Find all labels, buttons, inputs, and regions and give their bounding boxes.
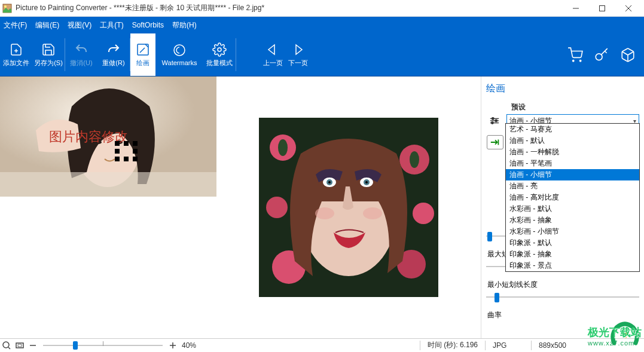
menu-file[interactable]: 文件(F) [4, 20, 27, 30]
toolbar: 添加文件 另存为(S) 撤消(U) 重做(R) 绘画 Watermarks 批量… [0, 33, 644, 76]
time-value: 时间 (秒): 6.196 [425, 340, 480, 350]
undo-button[interactable]: 撤消(U) [65, 33, 97, 76]
close-button[interactable] [615, 0, 642, 17]
site-watermark: 极光下载站 www.xz7.com [608, 320, 642, 351]
preset-option[interactable]: 油画 - 默认 [506, 135, 639, 146]
cart-icon[interactable] [567, 47, 583, 63]
preset-option[interactable]: 艺术 - 马赛克 [506, 124, 639, 135]
svg-point-32 [328, 181, 331, 183]
svg-point-26 [413, 203, 434, 224]
window-title: Picture to Painting Converter - ****未注册版… [16, 3, 563, 13]
svg-point-1 [4, 5, 7, 8]
watermark-text: 极光下载站 [588, 325, 642, 339]
app-icon [2, 4, 12, 13]
preset-option[interactable]: 印象派 - 抽象 [506, 249, 639, 260]
selection-handle[interactable] [124, 141, 129, 146]
preset-option[interactable]: 印象派 - 景点 [506, 260, 639, 271]
redo-button[interactable]: 重做(R) [97, 33, 130, 76]
svg-point-37 [363, 207, 382, 219]
zoom-value: 40% [179, 341, 199, 350]
selection-handle[interactable] [133, 149, 138, 154]
preset-settings-icon[interactable] [486, 114, 503, 128]
key-icon[interactable] [594, 47, 609, 63]
zoom-in-icon[interactable] [166, 339, 179, 352]
preset-option[interactable]: 油画 - 一种解脱 [506, 146, 639, 158]
selection-handle[interactable] [115, 149, 120, 154]
svg-line-46 [8, 347, 10, 349]
statusbar: 40% 时间 (秒): 6.196 JPG 889x500 [0, 338, 644, 351]
panel-title: 绘画 [486, 82, 639, 95]
menu-help[interactable]: 帮助(H) [172, 20, 197, 30]
undo-label: 撤消(U) [70, 59, 92, 68]
svg-point-43 [492, 122, 494, 124]
next-button[interactable]: 下一页 [285, 33, 310, 76]
toolbar-right [567, 33, 636, 76]
preset-option[interactable]: 水彩画 - 默认 [506, 203, 639, 215]
preset-option[interactable]: 水彩画 - 抽象 [506, 215, 639, 226]
run-button[interactable] [487, 135, 503, 149]
side-panel: 绘画 预设 油画 - 小细节 ▾ 艺术 - 马赛克油画 - 默认油画 - 一种解… [481, 76, 644, 338]
zoom-slider[interactable] [43, 339, 163, 352]
redo-label: 重做(R) [102, 59, 124, 68]
menu-softorbits[interactable]: SoftOrbits [132, 21, 164, 29]
svg-rect-47 [16, 343, 23, 348]
result-image[interactable] [259, 118, 438, 297]
menu-view[interactable]: 视图(V) [68, 20, 91, 30]
svg-point-35 [365, 181, 368, 183]
watermarks-label: Watermarks [162, 59, 197, 66]
painting-button[interactable]: 绘画 [130, 33, 155, 76]
svg-point-27 [278, 139, 288, 156]
preset-option[interactable]: 印象派 - 默认 [506, 237, 639, 249]
selection-handle[interactable] [115, 141, 120, 146]
selection-handle[interactable] [124, 157, 129, 161]
minimize-button[interactable] [563, 0, 589, 17]
svg-point-36 [315, 207, 334, 219]
svg-point-12 [580, 60, 581, 61]
preset-option[interactable]: 油画 - 亮 [506, 180, 639, 192]
watermarks-button[interactable]: Watermarks [155, 33, 203, 76]
min-len-slider[interactable] [486, 291, 639, 303]
batch-label: 批量模式 [206, 59, 233, 68]
save-as-button[interactable]: 另存为(S) [32, 33, 65, 76]
curvature-label: 曲率 [487, 310, 639, 320]
save-as-label: 另存为(S) [34, 59, 63, 68]
selection-handle[interactable] [133, 157, 138, 161]
svg-point-28 [410, 151, 419, 168]
painting-label: 绘画 [136, 59, 149, 68]
preset-dropdown: 艺术 - 马赛克油画 - 默认油画 - 一种解脱油画 - 平笔画油画 - 小细节… [505, 123, 640, 272]
menu-tools[interactable]: 工具(T) [100, 20, 123, 30]
window-controls [563, 0, 642, 17]
prev-button[interactable]: 上一页 [260, 33, 285, 76]
min-len-label: 最小短划线长度 [487, 280, 639, 290]
selection-handle[interactable] [133, 141, 138, 146]
selection-handle[interactable] [115, 157, 120, 161]
preset-option[interactable]: 油画 - 小细节 [506, 169, 639, 180]
preset-label: 预设 [511, 102, 639, 112]
add-file-label: 添加文件 [3, 59, 29, 68]
zoom-actual-icon[interactable] [0, 339, 13, 352]
svg-rect-19 [0, 172, 216, 197]
preset-option[interactable]: 油画 - 平笔画 [506, 158, 639, 169]
preview-area [216, 76, 481, 338]
svg-point-45 [3, 342, 9, 348]
box-icon[interactable] [620, 47, 636, 63]
zoom-out-icon[interactable] [26, 339, 39, 352]
zoom-fit-icon[interactable] [13, 339, 26, 352]
svg-rect-3 [600, 5, 605, 11]
preset-option[interactable]: 水彩画 - 小细节 [506, 226, 639, 237]
svg-point-42 [495, 120, 498, 122]
maximize-button[interactable] [589, 0, 615, 17]
svg-rect-48 [18, 344, 22, 347]
source-image[interactable]: 图片内容修改 [0, 76, 216, 197]
next-label: 下一页 [288, 59, 308, 68]
svg-point-41 [492, 118, 495, 120]
batch-button[interactable]: 批量模式 [203, 33, 236, 76]
preset-option[interactable]: 油画 - 高对比度 [506, 192, 639, 203]
svg-point-9 [174, 45, 185, 56]
svg-point-13 [596, 53, 602, 60]
svg-point-25 [266, 197, 288, 218]
svg-point-10 [218, 48, 221, 51]
add-file-button[interactable]: 添加文件 [0, 33, 32, 76]
menubar: 文件(F) 编辑(E) 视图(V) 工具(T) SoftOrbits 帮助(H) [0, 17, 644, 33]
menu-edit[interactable]: 编辑(E) [35, 20, 59, 30]
